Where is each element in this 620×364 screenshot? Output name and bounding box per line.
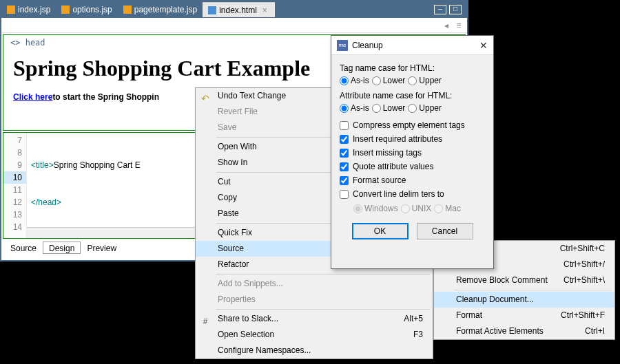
menu-item-label: Refactor [218,257,249,272]
checkbox[interactable] [340,149,349,158]
checkbox-label: Format source [353,175,406,185]
tab-index-html[interactable]: index.html× [203,2,275,17]
shortcut-label: Alt+5 [404,311,423,327]
link-trail-text: to start the Spring Shoppin [52,92,159,102]
menu-item-label: Paste [218,206,239,222]
submenu-item-cleanup-document-[interactable]: Cleanup Document... [434,292,614,308]
view-tab-design[interactable]: Design [43,242,81,254]
shortcut-label: Ctrl+Shift+F [561,308,605,323]
toolbar-prev-button[interactable]: ◂ [441,20,452,31]
tab-label: options.jsp [72,5,112,14]
cleanup-dialog: me Cleanup ✕ Tag name case for HTML: As-… [331,35,494,269]
radio-unix: UNIX [401,204,432,213]
tab-pagetemplate-jsp[interactable]: pagetemplate.jsp [118,2,203,17]
line-number: 7 [3,134,26,147]
click-here-link[interactable]: Click here [13,92,52,102]
menu-item-label: Undo Text Change [218,88,286,104]
view-tab-preview[interactable]: Preview [81,242,123,254]
line-number: 14 [3,221,26,233]
menu-item-label: Remove Block Comment [456,272,548,288]
jsp-icon [61,6,70,14]
attr-case-label: Attribute name case for HTML: [340,91,485,100]
tag-case-label: Tag name case for HTML: [340,63,485,73]
window-controls: – □ [434,5,467,14]
menu-item-label: Cleanup Document... [456,292,534,308]
maximize-button[interactable]: □ [449,5,462,14]
menu-item-label: Format [456,308,482,323]
cancel-button[interactable]: Cancel [417,223,473,239]
menu-item-properties: Properties [196,292,433,308]
radio-asis[interactable]: As-is [340,103,369,113]
tab-options-jsp[interactable]: options.jsp [56,2,117,17]
radio-asis[interactable]: As-is [340,76,369,85]
menu-item-label: Source [218,241,244,257]
menu-item-label: Properties [218,292,256,308]
radio-lower[interactable]: Lower [372,103,406,113]
view-tab-source[interactable]: Source [4,242,43,254]
check-insert-missing-tags[interactable]: Insert missing tags [340,146,485,160]
tab-label: index.jsp [18,5,50,14]
menu-item-label: Cut [218,174,231,190]
menu-item-label: Show In [218,155,247,171]
checkbox-label: Convert line delim ters to [353,189,444,199]
shortcut-label: Ctrl+Shift+C [560,241,605,257]
radio-windows: Windows [353,204,398,213]
shortcut-label: Ctrl+Shift+\ [564,272,605,288]
radio-mac: Mac [434,204,461,213]
checkbox[interactable] [340,162,349,171]
shortcut-label: Ctrl+I [585,323,605,339]
checkbox-label: Insert missing tags [353,148,422,158]
menu-item-configure-namespaces-[interactable]: Configure Namespaces... [196,343,433,358]
menu-item-open-selection[interactable]: Open SelectionF3 [196,327,433,343]
checkbox-label: Compress empty element tags [353,120,465,130]
shortcut-label: F3 [413,327,423,343]
checkbox[interactable] [340,121,349,130]
menu-item-share-to-slack-[interactable]: #Share to Slack...Alt+5 [196,311,433,327]
radio-upper[interactable]: Upper [408,103,442,113]
checkbox-label: Quote attribute values [353,162,433,171]
check-insert-required-attributes[interactable]: Insert required attributes [340,132,485,146]
toolbar-list-button[interactable]: ≡ [453,20,464,31]
line-number: 11 [3,184,26,196]
menu-item-label: Open Selection [218,327,274,343]
checkbox-label: Insert required attributes [353,134,442,144]
check-quote-attribute-values[interactable]: Quote attribute values [340,160,485,173]
line-number: 13 [3,208,26,221]
menu-item-label: Save [218,120,236,136]
slack-icon: # [200,314,211,325]
minimize-button[interactable]: – [434,5,446,14]
undo-icon: ↶ [200,91,211,102]
check-convert-line-delim-ters-to[interactable]: Convert line delim ters to [340,187,485,201]
check-compress-empty-element-tags[interactable]: Compress empty element tags [340,118,485,132]
checkbox[interactable] [340,135,349,144]
dialog-close-button[interactable]: ✕ [479,40,488,51]
tab-label: index.html [219,6,257,15]
tab-index-jsp[interactable]: index.jsp [1,2,56,17]
line-number: 8 [3,147,26,159]
line-delim-radios: Windows UNIX Mac [340,204,485,213]
radio-lower[interactable]: Lower [372,76,406,85]
line-number-gutter: 7 8 9 10 11 12 13 14 [3,133,27,238]
dialog-titlebar[interactable]: me Cleanup ✕ [331,36,493,55]
checkbox[interactable] [340,190,349,199]
menu-item-label: Copy [218,190,237,206]
line-number: 12 [3,196,26,208]
menu-item-label: Add to Snippets... [218,276,283,292]
attr-case-radios: As-is Lower Upper [340,103,485,113]
menu-item-add-to-snippets-: Add to Snippets... [196,276,433,292]
dialog-body: Tag name case for HTML: As-is Lower Uppe… [331,55,493,245]
tag-case-radios: As-is Lower Upper [340,76,485,85]
submenu-item-format[interactable]: FormatCtrl+Shift+F [434,308,614,323]
dialog-buttons: OK Cancel [340,223,485,239]
submenu-item-remove-block-comment[interactable]: Remove Block CommentCtrl+Shift+\ [434,272,614,288]
radio-upper[interactable]: Upper [408,76,442,85]
html-icon [208,6,216,14]
menu-item-label: Open With [218,139,257,155]
checkbox[interactable] [340,176,349,185]
check-format-source[interactable]: Format source [340,173,485,187]
menu-item-label: Format Active Elements [456,323,544,339]
dialog-title-text: Cleanup [352,41,383,50]
ok-button[interactable]: OK [352,223,409,239]
close-icon[interactable]: × [262,6,269,15]
submenu-item-format-active-elements[interactable]: Format Active ElementsCtrl+I [434,323,614,339]
